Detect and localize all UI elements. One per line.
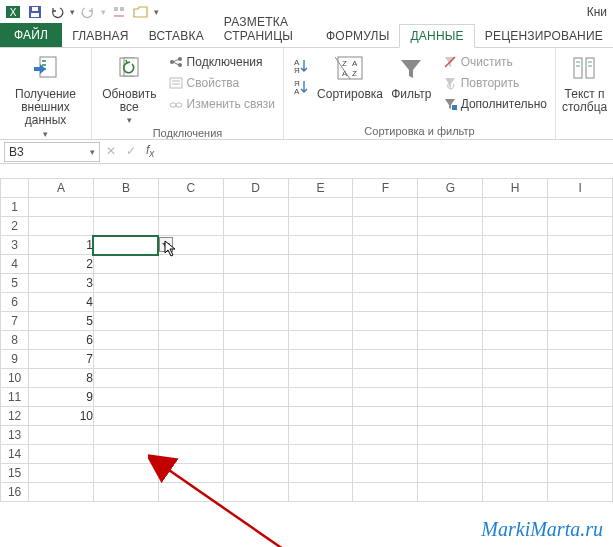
cell[interactable] xyxy=(223,445,288,464)
cell[interactable] xyxy=(418,236,483,255)
cell[interactable] xyxy=(483,331,548,350)
cell[interactable] xyxy=(158,198,223,217)
cell[interactable] xyxy=(93,217,158,236)
cell[interactable] xyxy=(353,236,418,255)
cell[interactable] xyxy=(353,445,418,464)
cell[interactable] xyxy=(223,255,288,274)
col-header[interactable]: B xyxy=(93,179,158,198)
cell[interactable] xyxy=(93,274,158,293)
row-header[interactable]: 6 xyxy=(1,293,29,312)
reapply-button[interactable]: Повторить xyxy=(441,73,549,93)
cell[interactable] xyxy=(418,217,483,236)
cell[interactable] xyxy=(93,483,158,502)
cell[interactable] xyxy=(223,350,288,369)
text-to-columns-button[interactable]: Текст п столбца xyxy=(562,50,607,114)
cell[interactable] xyxy=(483,407,548,426)
cell[interactable] xyxy=(288,198,353,217)
cell[interactable]: 4 xyxy=(29,293,94,312)
cell[interactable] xyxy=(158,407,223,426)
cell[interactable] xyxy=(418,312,483,331)
undo-icon[interactable] xyxy=(48,3,66,21)
cell[interactable]: 6 xyxy=(29,331,94,350)
cell[interactable] xyxy=(548,369,613,388)
row-header[interactable]: 7 xyxy=(1,312,29,331)
cell[interactable] xyxy=(29,198,94,217)
cell[interactable] xyxy=(223,293,288,312)
cell[interactable] xyxy=(223,236,288,255)
cell[interactable]: 3 xyxy=(29,274,94,293)
cell[interactable] xyxy=(223,331,288,350)
cell[interactable]: 7 xyxy=(29,350,94,369)
cell[interactable] xyxy=(353,464,418,483)
cell[interactable] xyxy=(483,312,548,331)
cell[interactable] xyxy=(548,198,613,217)
cell[interactable] xyxy=(158,445,223,464)
undo-dropdown-icon[interactable]: ▾ xyxy=(70,7,75,17)
cell[interactable] xyxy=(158,312,223,331)
refresh-all-button[interactable]: Обновить все ▾ xyxy=(98,50,161,126)
chevron-down-icon[interactable]: ▾ xyxy=(90,147,95,157)
cell[interactable] xyxy=(483,483,548,502)
cell[interactable] xyxy=(93,369,158,388)
cell[interactable] xyxy=(288,407,353,426)
cell[interactable] xyxy=(548,274,613,293)
tab-formulas[interactable]: ФОРМУЛЫ xyxy=(316,25,399,47)
cell[interactable] xyxy=(548,293,613,312)
cell[interactable] xyxy=(29,445,94,464)
cell[interactable] xyxy=(93,350,158,369)
row-header[interactable]: 1 xyxy=(1,198,29,217)
col-header[interactable]: F xyxy=(353,179,418,198)
cell[interactable] xyxy=(548,426,613,445)
cell[interactable] xyxy=(158,369,223,388)
cell[interactable] xyxy=(223,312,288,331)
row-header[interactable]: 9 xyxy=(1,350,29,369)
name-box[interactable]: B3 ▾ xyxy=(4,142,100,162)
fx-icon[interactable]: fx xyxy=(146,143,154,159)
cell[interactable] xyxy=(353,350,418,369)
col-header[interactable]: H xyxy=(483,179,548,198)
cell[interactable] xyxy=(353,312,418,331)
cell[interactable] xyxy=(288,293,353,312)
cell[interactable]: 10 xyxy=(29,407,94,426)
row-header[interactable]: 16 xyxy=(1,483,29,502)
cell[interactable] xyxy=(483,369,548,388)
cell[interactable] xyxy=(158,255,223,274)
cell[interactable] xyxy=(158,217,223,236)
filter-button[interactable]: Фильтр xyxy=(388,50,435,101)
cell[interactable] xyxy=(93,236,158,255)
cell[interactable] xyxy=(29,217,94,236)
cell[interactable] xyxy=(483,293,548,312)
cell[interactable] xyxy=(418,464,483,483)
cell[interactable] xyxy=(288,331,353,350)
col-header[interactable]: C xyxy=(158,179,223,198)
tab-home[interactable]: ГЛАВНАЯ xyxy=(62,25,138,47)
cell[interactable] xyxy=(418,198,483,217)
cell[interactable] xyxy=(158,274,223,293)
row-header[interactable]: 4 xyxy=(1,255,29,274)
cell[interactable] xyxy=(223,198,288,217)
cell[interactable] xyxy=(288,464,353,483)
cell[interactable] xyxy=(353,255,418,274)
cell[interactable] xyxy=(223,407,288,426)
cell[interactable] xyxy=(288,445,353,464)
cell[interactable] xyxy=(353,426,418,445)
cell[interactable] xyxy=(483,236,548,255)
row-header[interactable]: 12 xyxy=(1,407,29,426)
cell[interactable]: 2 xyxy=(29,255,94,274)
cell[interactable] xyxy=(158,388,223,407)
cell[interactable] xyxy=(288,426,353,445)
row-header[interactable]: 10 xyxy=(1,369,29,388)
cell[interactable] xyxy=(418,407,483,426)
cell[interactable] xyxy=(93,255,158,274)
sort-asc-button[interactable]: АЯ xyxy=(290,56,312,76)
cell[interactable] xyxy=(288,312,353,331)
cell[interactable] xyxy=(548,445,613,464)
cell[interactable] xyxy=(353,331,418,350)
cell[interactable] xyxy=(353,369,418,388)
data-validation-dropdown-icon[interactable] xyxy=(159,237,173,252)
advanced-filter-button[interactable]: Дополнительно xyxy=(441,94,549,114)
cell[interactable] xyxy=(288,483,353,502)
cell[interactable] xyxy=(223,483,288,502)
col-header[interactable]: D xyxy=(223,179,288,198)
cell[interactable] xyxy=(29,483,94,502)
